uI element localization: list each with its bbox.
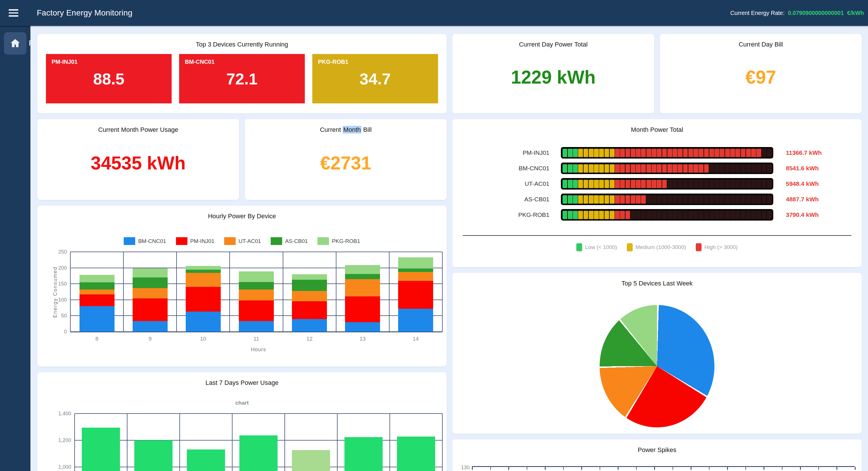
- led-cell: [620, 195, 625, 204]
- led-cell: [683, 164, 688, 173]
- bar-segment-PM-INJ01: [186, 287, 221, 312]
- bar-segment-UT-AC01: [80, 290, 115, 294]
- legend-item: Low (< 1000): [577, 243, 617, 251]
- led-cell: [767, 164, 772, 173]
- led-cell: [584, 164, 588, 173]
- led-cell: [704, 149, 709, 157]
- gridline: [70, 252, 71, 332]
- led-cell: [657, 211, 662, 219]
- led-cell: [730, 164, 735, 173]
- menu-icon[interactable]: [9, 9, 19, 17]
- legend-swatch: [224, 237, 236, 245]
- gridline: [232, 414, 232, 471]
- led-cell: [615, 180, 620, 188]
- legend-item: Medium (1000-3000): [627, 243, 686, 251]
- gridline: [74, 413, 442, 414]
- led-cell: [620, 211, 625, 219]
- y-tick-label: 50: [61, 313, 70, 319]
- device-name: PKG-ROB1: [318, 59, 348, 65]
- led-cell: [720, 180, 724, 188]
- bar-segment-BM-CNC01: [80, 306, 115, 332]
- led-bar-row: PM-INJ0111366.7 kWh: [453, 145, 862, 160]
- led-cell: [589, 195, 594, 204]
- bar-segment-BM-CNC01: [186, 312, 221, 332]
- bar-segment-BM-CNC01: [292, 319, 327, 332]
- gridline: [123, 252, 124, 332]
- led-cell: [725, 149, 730, 157]
- led-cell: [636, 180, 641, 188]
- led-cell: [646, 195, 651, 204]
- led-cell: [594, 164, 599, 173]
- device-total-value: 4887.7 kWh: [786, 196, 818, 203]
- right-column: Month Power Total PM-INJ0111366.7 kWhBM-…: [453, 119, 862, 471]
- bar-segment-AS-CB01: [398, 268, 433, 272]
- x-tick-label: 11: [229, 336, 283, 342]
- led-cell: [631, 149, 636, 157]
- led-cell: [615, 211, 620, 219]
- led-cell: [584, 195, 588, 204]
- led-cell: [756, 180, 761, 188]
- led-cell: [709, 149, 714, 157]
- led-cell: [735, 149, 740, 157]
- led-cell: [563, 211, 567, 219]
- led-cell: [762, 180, 767, 188]
- led-cell: [751, 149, 756, 157]
- led-cell: [767, 195, 772, 204]
- led-cell: [620, 164, 625, 173]
- x-tick-label: 8: [70, 336, 123, 342]
- axis-tick: [745, 467, 746, 470]
- axis-tick: [691, 467, 691, 470]
- led-cell: [657, 149, 662, 157]
- led-cell: [631, 164, 636, 173]
- gridline: [74, 414, 75, 471]
- axis-tick: [800, 467, 801, 470]
- led-cell: [735, 195, 740, 204]
- card-power-spikes: Power Spikes 130: [453, 439, 862, 471]
- led-cell: [589, 180, 594, 188]
- led-cell: [730, 149, 735, 157]
- led-cell: [573, 180, 578, 188]
- gridline: [127, 414, 127, 471]
- led-cell: [599, 149, 604, 157]
- led-cell: [662, 211, 667, 219]
- led-cell: [573, 149, 578, 157]
- led-cell: [604, 195, 609, 204]
- led-cell: [657, 195, 662, 204]
- y-tick-label: 1,000: [58, 464, 74, 470]
- led-cell: [714, 164, 719, 173]
- led-cell: [683, 195, 688, 204]
- month-bill-value: €2731: [320, 152, 371, 174]
- bar-segment-AS-CB01: [292, 280, 327, 291]
- led-cell: [693, 164, 699, 173]
- bar-segment-AS-CB01: [133, 277, 167, 288]
- energy-rate-unit: €/kWh: [847, 10, 864, 16]
- gridline: [442, 414, 443, 471]
- chart-title: Power Spikes: [453, 439, 862, 454]
- card-title: Top 3 Devices Currently Running: [37, 34, 446, 48]
- hourly-stacked-bar-chart: 050100150200250891011121314: [70, 252, 442, 332]
- led-bar: [561, 209, 773, 220]
- bar-segment-PM-INJ01: [292, 301, 327, 319]
- y-tick-label: 1,400: [58, 411, 74, 417]
- card-month-power-total: Month Power Total PM-INJ0111366.7 kWhBM-…: [453, 119, 862, 267]
- led-cell: [631, 211, 636, 219]
- led-cell: [693, 180, 699, 188]
- card-day-power-total: Current Day Power Total 1229 kWh: [453, 34, 654, 113]
- axis-tick: [600, 467, 600, 470]
- bar-segment-BM-CNC01: [133, 321, 167, 332]
- hourly-chart-legend: BM-CNC01PM-INJ01UT-AC01AS-CB01PKG-ROB1: [37, 237, 446, 245]
- led-cell: [699, 211, 704, 219]
- led-cell: [662, 149, 667, 157]
- led-cell: [756, 195, 761, 204]
- led-cell: [615, 164, 620, 173]
- home-button[interactable]: [4, 32, 26, 55]
- card-title: Current Day Bill: [660, 34, 862, 48]
- axis-tick: [490, 467, 491, 470]
- led-cell: [563, 149, 567, 157]
- led-cell: [746, 211, 751, 219]
- led-cell: [673, 149, 677, 157]
- app-title: Factory Energy Monitoring: [37, 8, 132, 18]
- led-cell: [746, 180, 751, 188]
- led-cell: [652, 211, 656, 219]
- legend-swatch: [271, 237, 282, 245]
